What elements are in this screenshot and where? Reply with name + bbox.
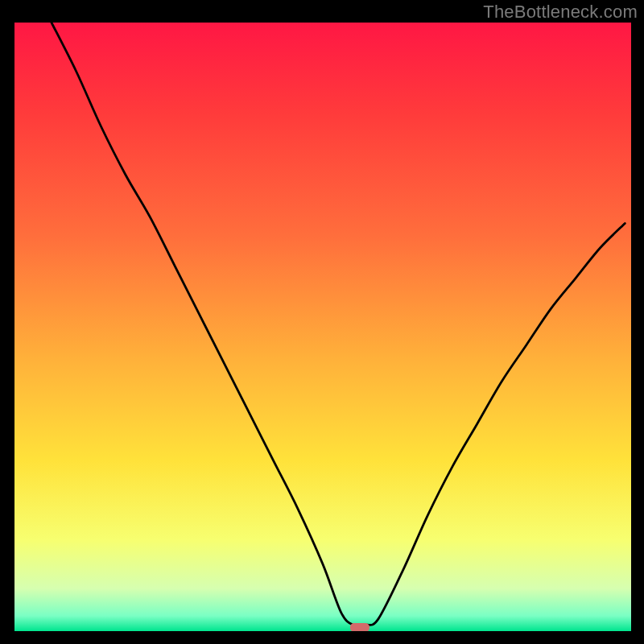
plot-area [14, 23, 631, 631]
watermark-text: TheBottleneck.com [483, 2, 638, 23]
chart-frame: TheBottleneck.com [0, 0, 644, 644]
optimal-marker [350, 623, 369, 631]
chart-svg [14, 23, 631, 631]
